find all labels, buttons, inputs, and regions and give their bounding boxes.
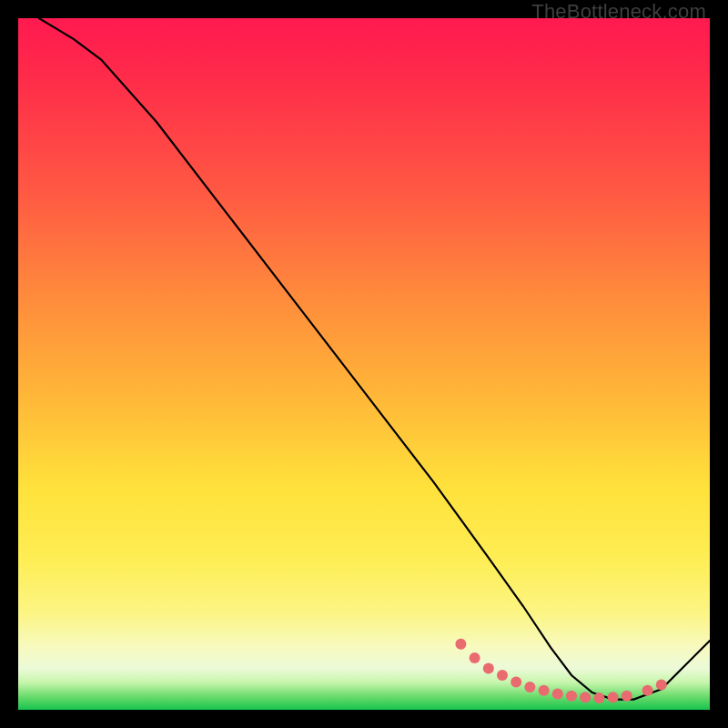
marker-dot [455,639,466,650]
curve-svg [18,18,710,710]
marker-group [455,639,666,703]
marker-dot [511,677,521,688]
marker-dot [552,689,563,700]
bottleneck-curve [39,18,710,700]
marker-dot [524,682,535,693]
marker-dot [566,691,577,702]
plot-area [18,18,710,710]
marker-dot [593,693,604,703]
marker-dot [580,692,591,703]
marker-dot [622,691,632,702]
marker-dot [470,652,480,663]
marker-dot [656,680,667,691]
chart-frame: TheBottleneck.com [0,0,728,728]
marker-dot [539,685,550,696]
marker-dot [497,670,508,681]
marker-dot [608,692,619,703]
marker-dot [483,662,494,673]
marker-dot [642,685,653,696]
